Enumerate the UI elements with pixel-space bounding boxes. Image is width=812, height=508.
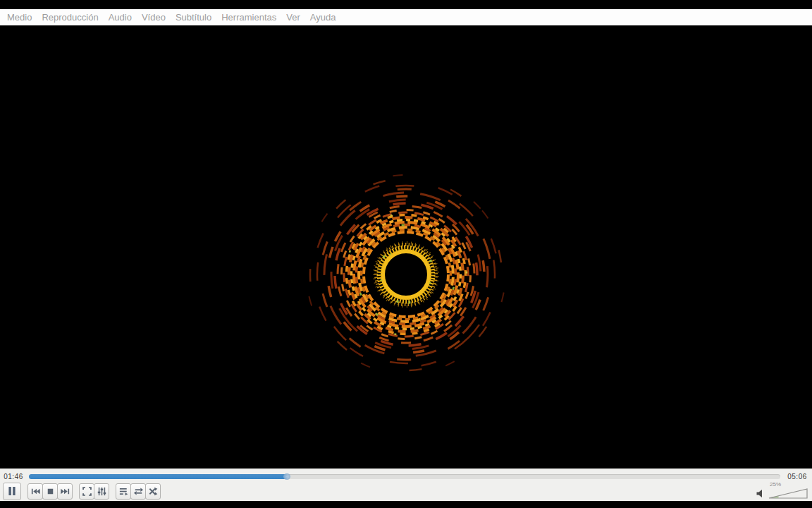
menu-tools[interactable]: Herramientas [216, 9, 281, 25]
audio-spectrum-visualization [300, 169, 512, 380]
extended-settings-button[interactable] [94, 483, 109, 500]
elapsed-time: 01:46 [0, 473, 27, 480]
fullscreen-icon [82, 486, 92, 497]
stop-icon [45, 486, 56, 497]
menu-audio[interactable]: Audio [104, 9, 137, 25]
fullscreen-button[interactable] [79, 483, 94, 500]
menu-help[interactable]: Ayuda [305, 9, 341, 25]
playlist-button[interactable] [116, 483, 131, 500]
loop-arrows-icon [133, 486, 144, 497]
skip-next-icon [60, 486, 70, 497]
volume-percent-label: 25% [770, 481, 781, 488]
playback-buttons-row: 25% [0, 482, 812, 500]
next-button[interactable] [57, 483, 73, 500]
menu-view[interactable]: Ver [281, 9, 305, 25]
pause-button[interactable] [3, 483, 21, 500]
shuffle-arrows-icon [148, 486, 159, 497]
menu-video[interactable]: Vídeo [137, 9, 171, 25]
volume-box: 25% [756, 482, 812, 500]
equalizer-sliders-icon [97, 486, 107, 497]
total-time: 05:06 [782, 473, 812, 480]
menu-playback[interactable]: Reproducción [37, 9, 103, 25]
menu-media[interactable]: Medio [2, 9, 37, 25]
random-button[interactable] [145, 483, 161, 500]
volume-slider[interactable] [768, 488, 809, 500]
skip-previous-icon [30, 486, 41, 497]
pause-icon [6, 485, 18, 497]
playlist-icon [118, 486, 129, 497]
vlc-window: Medio Reproducción Audio Vídeo Subtítulo… [0, 0, 812, 508]
seek-slider[interactable] [29, 474, 780, 479]
controls-panel: 01:46 05:06 [0, 468, 812, 501]
seek-fill [29, 474, 288, 479]
loop-button[interactable] [130, 483, 146, 500]
video-area[interactable] [0, 25, 812, 468]
stop-button[interactable] [42, 483, 58, 500]
seek-row: 01:46 05:06 [0, 469, 812, 481]
speaker-icon [756, 489, 764, 498]
menu-bar: Medio Reproducción Audio Vídeo Subtítulo… [0, 9, 812, 25]
menu-subtitle[interactable]: Subtítulo [171, 9, 216, 25]
previous-button[interactable] [27, 483, 43, 500]
